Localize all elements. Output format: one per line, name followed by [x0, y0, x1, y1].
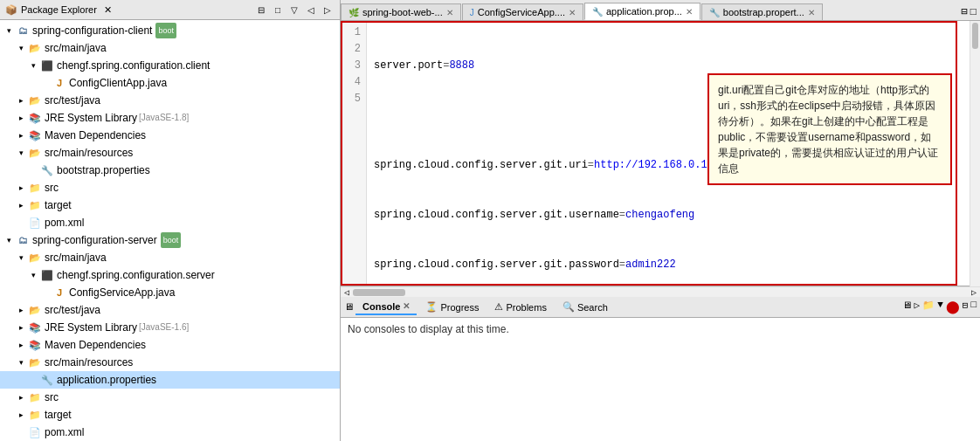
folder-icon: 📂 [28, 355, 42, 369]
bootstrap-properties[interactable]: 🔧 bootstrap.properties [0, 162, 340, 179]
tab-console-label: Console [362, 301, 400, 312]
minimize-icon[interactable]: ⊟ [254, 3, 268, 17]
folder-icon: 📂 [28, 303, 42, 317]
properties-icon: 🔧 [592, 7, 603, 17]
vertical-scrollbar[interactable] [970, 21, 980, 286]
arrow [16, 183, 26, 193]
package-icon: ⬛ [40, 59, 54, 72]
editor-area[interactable]: 1 2 3 4 5 server.port=8888 spring.cloud.… [341, 21, 970, 286]
target-client[interactable]: 📁 target [0, 196, 340, 214]
menu-icon[interactable]: ▽ [287, 3, 301, 17]
arrow [16, 130, 26, 141]
maven-server[interactable]: 📚 Maven Dependencies [0, 336, 340, 354]
config-client-app-label: ConfigClientApp.java [69, 75, 167, 91]
code-line-5: spring.cloud.config.server.git.password=… [374, 257, 963, 273]
bottom-panel: 🖥 Console ✕ ⏳ Progress ⚠ Problems 🔍 Sear… [341, 297, 980, 441]
toolbar-icon-red[interactable]: ⬤ [946, 300, 960, 314]
maven-client-label: Maven Dependencies [45, 127, 146, 143]
tab-application-props[interactable]: 🔧 application.prop... ✕ [584, 3, 700, 20]
tab-console[interactable]: Console ✕ [355, 300, 417, 315]
folder-icon: 📁 [28, 181, 42, 195]
src-main-java-server[interactable]: 📂 src/main/java [0, 249, 340, 266]
maven-server-label: Maven Dependencies [45, 337, 146, 353]
toolbar-icon-1[interactable]: ▷ [914, 300, 921, 314]
console-close-icon[interactable]: ✕ [403, 301, 410, 311]
target-server[interactable]: 📁 target [0, 406, 340, 424]
tab-search[interactable]: 🔍 Search [556, 300, 615, 314]
src-main-java-client[interactable]: 📂 src/main/java [0, 39, 340, 57]
tab-progress[interactable]: ⏳ Progress [418, 300, 486, 314]
src-server[interactable]: 📁 src [0, 389, 340, 406]
code-line-4: spring.cloud.config.server.git.username=… [374, 207, 963, 224]
new-console-icon[interactable]: 🖥 [902, 300, 912, 314]
pom-server-label: pom.xml [45, 424, 84, 440]
tab-close-icon[interactable]: ✕ [686, 7, 693, 17]
tab-config-service-label: ConfigServiceApp.... [478, 7, 565, 17]
config-client-app[interactable]: J ConfigClientApp.java [0, 74, 340, 92]
toolbar-icon-5[interactable]: □ [970, 300, 977, 314]
tab-spring-boot[interactable]: 🌿 spring-boot-web-... ✕ [341, 3, 461, 20]
tab-close-icon[interactable]: ✕ [569, 8, 576, 17]
target-server-label: target [45, 407, 72, 423]
tab-bootstrap-props[interactable]: 🔧 bootstrap.propert... ✕ [701, 3, 823, 20]
progress-icon: ⏳ [425, 301, 438, 313]
line-num-3: 3 [346, 58, 361, 74]
lib-icon: 📚 [28, 320, 42, 334]
package-explorer-panel: 📦 Package Explorer ✕ ⊟ □ ▽ ◁ ▷ 🗂 spring-… [0, 0, 341, 441]
project-server-label: spring-configuration-server [32, 232, 157, 248]
tab-application-props-label: application.prop... [606, 6, 682, 17]
src-test-java-client[interactable]: 📂 src/test/java [0, 92, 340, 109]
toolbar-icon-2[interactable]: 📁 [922, 300, 935, 314]
forward-icon[interactable]: ▷ [321, 3, 335, 17]
arrow [28, 270, 38, 280]
tab-problems[interactable]: ⚠ Problems [487, 300, 553, 314]
properties-icon: 🔧 [709, 8, 720, 17]
folder-icon: 📁 [28, 198, 42, 212]
tab-spring-boot-label: spring-boot-web-... [362, 7, 443, 17]
pom-client[interactable]: 📄 pom.xml [0, 214, 340, 231]
tab-problems-label: Problems [506, 302, 546, 313]
toolbar-icon-3[interactable]: ▼ [937, 300, 943, 314]
bootstrap-properties-label: bootstrap.properties [57, 162, 150, 178]
arrow [16, 113, 26, 123]
tab-close-icon[interactable]: ✕ [446, 8, 453, 17]
src-main-resources-client[interactable]: 📂 src/main/resources [0, 144, 340, 162]
arrow [16, 217, 26, 228]
minimize-editor-icon[interactable]: ⊟ [962, 5, 968, 18]
tab-close-icon[interactable]: ✕ [808, 8, 815, 17]
toolbar-icon-4[interactable]: ⊟ [963, 300, 969, 314]
config-service-app[interactable]: J ConfigServiceApp.java [0, 284, 340, 301]
maximize-icon[interactable]: □ [271, 3, 285, 17]
maximize-editor-icon[interactable]: □ [970, 6, 977, 18]
horizontal-scrollbar[interactable]: ◁ ▷ [341, 286, 980, 297]
package-icon: ⬛ [40, 268, 54, 282]
jre-client[interactable]: 📚 JRE System Library [JavaSE-1.8] [0, 109, 340, 127]
application-properties[interactable]: 🔧 application.properties [0, 371, 340, 389]
tab-progress-label: Progress [440, 302, 479, 313]
application-properties-label: application.properties [57, 372, 156, 388]
jre-server-label: JRE System Library [45, 320, 137, 335]
maven-client[interactable]: 📚 Maven Dependencies [0, 127, 340, 144]
arrow [40, 78, 51, 88]
scroll-right-icon[interactable]: ▷ [968, 287, 980, 298]
close-icon[interactable]: ✕ [104, 4, 112, 16]
src-client[interactable]: 📁 src [0, 179, 340, 196]
project-server[interactable]: 🗂 spring-configuration-server boot [0, 231, 340, 249]
editor-main: 1 2 3 4 5 server.port=8888 spring.cloud.… [341, 21, 980, 441]
project-client[interactable]: 🗂 spring-configuration-client boot [0, 22, 340, 39]
properties-icon: 🔧 [40, 373, 54, 387]
back-icon[interactable]: ◁ [304, 3, 318, 17]
tab-config-service[interactable]: J ConfigServiceApp.... ✕ [462, 3, 583, 20]
jre-server[interactable]: 📚 JRE System Library [JavaSE-1.6] [0, 319, 340, 336]
arrow [16, 427, 26, 438]
code-line-1: server.port=8888 [374, 58, 963, 74]
package-client[interactable]: ⬛ chengf.spring.configuration.client [0, 57, 340, 74]
scroll-left-icon[interactable]: ◁ [341, 287, 353, 298]
src-main-resources-server[interactable]: 📂 src/main/resources [0, 354, 340, 371]
src-test-java-server[interactable]: 📂 src/test/java [0, 301, 340, 319]
package-server[interactable]: ⬛ chengf.spring.configuration.server [0, 266, 340, 284]
folder-icon: 📂 [28, 41, 42, 55]
pom-server[interactable]: 📄 pom.xml [0, 424, 340, 441]
right-panel: 🌿 spring-boot-web-... ✕ J ConfigServiceA… [341, 0, 980, 441]
arrow [28, 165, 38, 176]
